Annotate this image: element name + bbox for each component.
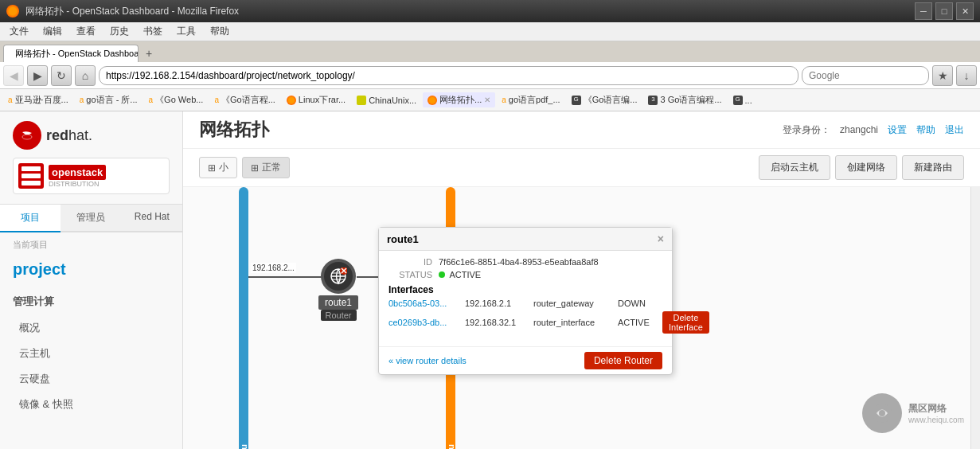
svg-rect-3	[21, 174, 41, 178]
bookmark-go1[interactable]: a go语言 - 所...	[75, 92, 143, 107]
page-title: 网络拓扑	[199, 118, 269, 142]
titlebar-title: 网络拓扑 - OpenStack Dashboard - Mozilla Fir…	[25, 5, 239, 18]
view-normal-icon: ⊞	[251, 162, 259, 174]
home-button[interactable]: ⌂	[75, 65, 96, 86]
bookmark-go1-icon: a	[80, 96, 84, 104]
redhat-text: redhat.	[46, 127, 92, 144]
new-tab-button[interactable]: +	[140, 45, 158, 62]
bookmark-goweb[interactable]: a 《Go Web...	[144, 92, 209, 107]
url-input[interactable]	[99, 66, 798, 85]
router-popup: route1 × ID 7f66c1e6-8851-4ba4-8953-e5ea…	[378, 227, 673, 375]
menu-view[interactable]: 查看	[70, 23, 102, 40]
sidebar-item-images[interactable]: 镜像 & 快照	[0, 392, 182, 417]
settings-link[interactable]: 设置	[888, 123, 907, 137]
bookmark-amazon1[interactable]: a 亚马逊·百度...	[3, 92, 73, 107]
interface-row-2: ce0269b3-db... 192.168.32.1 router_inter…	[388, 311, 662, 334]
sidebar-current-label: 当前项目	[0, 232, 182, 257]
minimize-button[interactable]: ─	[915, 2, 932, 20]
sidebar-item-volumes[interactable]: 云硬盘	[0, 366, 182, 392]
view-normal-button[interactable]: ⊞ 正常	[242, 157, 290, 178]
menu-history[interactable]: 历史	[103, 23, 135, 40]
tab-label: 网络拓扑 - OpenStack Dashboard ...	[15, 48, 139, 60]
popup-id-label: ID	[388, 257, 432, 267]
view-small-label: 小	[219, 161, 228, 174]
bookmark-topology[interactable]: 网络拓扑... ✕	[423, 92, 495, 107]
view-router-details-link[interactable]: « view router details	[388, 356, 467, 365]
menu-tools[interactable]: 工具	[170, 23, 202, 40]
reload-button[interactable]: ↻	[51, 65, 72, 86]
router-icon-wrapper[interactable]	[321, 259, 356, 294]
forward-button[interactable]: ▶	[27, 65, 48, 86]
bookmark-more-icon: G	[733, 96, 743, 105]
create-network-button[interactable]: 创建网络	[835, 155, 897, 180]
bookmark-go2-icon: a	[214, 96, 219, 104]
bookmark-linux[interactable]: Linux下rar...	[282, 92, 350, 107]
bookmark-go4[interactable]: 3 3 Go语言编程...	[643, 92, 726, 107]
bookmark-star-icon[interactable]: ★	[932, 65, 953, 86]
sidebar-tab-redhat[interactable]: Red Hat	[122, 205, 182, 232]
view-small-button[interactable]: ⊞ 小	[199, 157, 237, 178]
openstack-brand: openstack DISTRIBUTION	[49, 165, 106, 188]
watermark: 黑区网络 www.heiqu.com	[862, 393, 964, 433]
svg-point-1	[22, 135, 32, 139]
sidebar-item-overview[interactable]: 概况	[0, 315, 182, 341]
openstack-dist: DISTRIBUTION	[49, 180, 106, 188]
bookmark-gopdf[interactable]: a go语言pdf_...	[497, 92, 564, 107]
titlebar-left: 网络拓扑 - OpenStack Dashboard - Mozilla Fir…	[6, 5, 239, 18]
iface2-link[interactable]: ce0269b3-db...	[388, 318, 460, 327]
popup-id-value: 7f66c1e6-8851-4ba4-8953-e5eabfaa8af8	[439, 257, 599, 267]
bookmark-topology-label: 网络拓扑...	[439, 94, 482, 106]
launch-instance-button[interactable]: 启动云主机	[759, 155, 830, 180]
close-button[interactable]: ✕	[956, 2, 974, 20]
bookmark-go3[interactable]: G 《Go语言编...	[567, 92, 642, 107]
popup-close-button[interactable]: ×	[658, 232, 664, 245]
right-scrollbar[interactable]	[970, 187, 980, 449]
menu-bookmarks[interactable]: 书签	[137, 23, 169, 40]
popup-id-row: ID 7f66c1e6-8851-4ba4-8953-e5eabfaa8af8	[388, 257, 662, 267]
bookmark-chinaunix-label: ChinaUnix...	[369, 96, 416, 105]
create-router-button[interactable]: 新建路由	[902, 155, 964, 180]
tab-active[interactable]: 网络拓扑 - OpenStack Dashboard ... ✕	[3, 45, 139, 62]
page-header: 网络拓扑 登录身份： zhangchi 设置 帮助 退出	[183, 111, 980, 149]
sidebar-item-instances[interactable]: 云主机	[0, 341, 182, 366]
sidebar-logo-area: redhat. openstack DISTRIBUTION	[0, 111, 182, 205]
menu-help[interactable]: 帮助	[204, 23, 236, 40]
tab-bar: 网络拓扑 - OpenStack Dashboard ... ✕ +	[0, 41, 980, 62]
ip-label-net1: 192.168.2...	[251, 263, 296, 273]
iface2-status: ACTIVE	[618, 318, 658, 327]
back-button[interactable]: ◀	[3, 65, 24, 86]
bookmark-topology-close[interactable]: ✕	[484, 96, 490, 104]
router-node[interactable]: route1 Router	[318, 259, 358, 321]
bookmark-go2[interactable]: a 《Go语言程...	[209, 92, 279, 107]
maximize-button[interactable]: □	[935, 2, 953, 20]
bookmark-go1-label: go语言 - 所...	[86, 94, 137, 106]
bookmark-linux-icon	[287, 96, 296, 105]
titlebar-controls[interactable]: ─ □ ✕	[915, 2, 974, 20]
bookmark-more[interactable]: G ...	[728, 94, 757, 107]
iface2-type: router_interface	[533, 318, 613, 327]
delete-router-button[interactable]: Delete Router	[584, 352, 662, 369]
bookmark-gopdf-label: go语言pdf_...	[509, 94, 560, 106]
sidebar-tabs: 项目 管理员 Red Hat	[0, 205, 182, 232]
sidebar-tab-admin[interactable]: 管理员	[61, 205, 121, 232]
menu-edit[interactable]: 编辑	[37, 23, 68, 40]
net1-label: net1	[237, 441, 253, 449]
sidebar-project-name[interactable]: project	[0, 257, 182, 288]
bookmark-chinaunix[interactable]: ChinaUnix...	[352, 94, 421, 107]
popup-status-label: STATUS	[388, 270, 432, 279]
svg-rect-2	[21, 166, 41, 171]
help-link[interactable]: 帮助	[916, 123, 935, 137]
router-name-tag: route1	[318, 295, 358, 310]
search-input[interactable]	[802, 66, 929, 85]
iface1-type: router_gateway	[533, 299, 613, 308]
bookmark-linux-label: Linux下rar...	[299, 94, 346, 106]
downloads-icon[interactable]: ↓	[956, 65, 977, 86]
user-prefix: 登录身份：	[783, 123, 830, 137]
bookmarks-bar: a 亚马逊·百度... a go语言 - 所... a 《Go Web... a…	[0, 89, 980, 111]
delete-interface-button[interactable]: Delete Interface	[662, 311, 709, 334]
iface1-link[interactable]: 0bc506a5-03...	[388, 299, 460, 308]
svg-rect-4	[21, 181, 41, 185]
logout-link[interactable]: 退出	[945, 123, 964, 137]
menu-file[interactable]: 文件	[3, 23, 35, 40]
sidebar-tab-project[interactable]: 项目	[0, 205, 61, 232]
